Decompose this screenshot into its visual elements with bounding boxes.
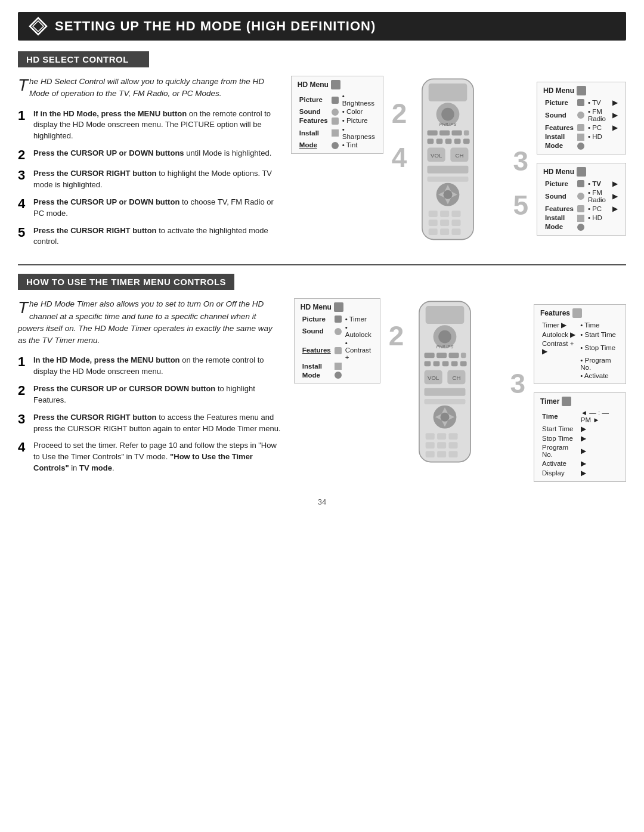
svg-text:CH: CH bbox=[456, 152, 464, 159]
hd-steps-list: 1 If in the HD Mode, press the MENU butt… bbox=[18, 109, 279, 248]
timer-step-text-4: Proceed to set the timer. Refer to page … bbox=[33, 440, 282, 474]
hd-step-2: 2 Press the CURSOR UP or DOWN buttons un… bbox=[18, 148, 279, 162]
tm1-i-icon bbox=[335, 363, 342, 370]
svg-rect-29 bbox=[452, 211, 461, 217]
step-text-3: Press the CURSOR RIGHT button to highlig… bbox=[33, 168, 279, 191]
page-number: 34 bbox=[18, 497, 626, 506]
menu1-table: Picture• Brightness Sound• Color Feature… bbox=[298, 92, 377, 150]
timer-right-menus: Features Timer ▶• Time Autolock ▶• Start… bbox=[534, 304, 626, 485]
svg-rect-62 bbox=[426, 433, 435, 440]
menu3-table: Picture• TV▶ Sound• FM Radio▶ Features• … bbox=[543, 179, 620, 231]
timer-section-header: How to use the Timer Menu Controls bbox=[18, 274, 234, 290]
remote-svg: VOL CH bbox=[409, 76, 487, 243]
svg-text:PHILIPS: PHILIPS bbox=[439, 122, 457, 127]
svg-point-61 bbox=[441, 413, 450, 422]
timer-steps-list: 1 In the HD Mode, press the MENU button … bbox=[18, 355, 282, 474]
svg-rect-44 bbox=[461, 353, 466, 358]
i2-icon bbox=[577, 134, 584, 141]
left-num-2: 2 bbox=[392, 100, 407, 127]
svg-text:VOL: VOL bbox=[428, 375, 439, 381]
menu3-title: HD Menu bbox=[543, 167, 620, 177]
timer-menu1-title: HD Menu bbox=[301, 302, 374, 312]
m3-icon bbox=[577, 224, 584, 231]
svg-rect-8 bbox=[452, 131, 462, 136]
timer-left-col: T he HD Mode Timer also allows you to se… bbox=[18, 298, 282, 485]
right-num-5: 5 bbox=[513, 191, 528, 219]
timer-step-text-1: In the HD Mode, press the MENU button on… bbox=[33, 355, 282, 378]
right-num-3: 3 bbox=[513, 147, 528, 175]
remote-left-numbers: 2 4 bbox=[392, 76, 410, 171]
remote-right-numbers: 3 5 bbox=[510, 76, 528, 219]
svg-rect-10 bbox=[428, 139, 434, 144]
s3-icon bbox=[577, 193, 584, 200]
svg-rect-49 bbox=[460, 361, 467, 367]
svg-rect-70 bbox=[449, 451, 458, 458]
svg-rect-11 bbox=[436, 139, 443, 144]
step-number-1: 1 bbox=[18, 109, 29, 123]
hd-select-section: HD Select Control T he HD Select Control… bbox=[18, 51, 626, 253]
svg-rect-48 bbox=[451, 361, 458, 367]
timer-step-4: 4 Proceed to set the timer. Refer to pag… bbox=[18, 440, 282, 474]
svg-rect-7 bbox=[439, 131, 450, 136]
svg-point-5 bbox=[442, 108, 455, 121]
timer-in-tv-mode: in TV mode. bbox=[71, 463, 114, 472]
timer-menu3-icon bbox=[562, 397, 571, 406]
svg-rect-45 bbox=[425, 361, 431, 367]
main-title-bar: Setting up the HD Mode (High Definition) bbox=[18, 12, 626, 41]
hd-right-menus: HD Menu Picture• TV▶ Sound• FM Radio▶ Fe… bbox=[537, 82, 626, 239]
timer-section-content: T he HD Mode Timer also allows you to se… bbox=[18, 298, 626, 485]
p2-icon bbox=[577, 99, 584, 106]
svg-rect-46 bbox=[434, 361, 440, 367]
svg-rect-32 bbox=[452, 219, 461, 226]
timer-intro: T he HD Mode Timer also allows you to se… bbox=[18, 298, 282, 347]
features-icon bbox=[332, 117, 339, 125]
timer-step-1: 1 In the HD Mode, press the MENU button … bbox=[18, 355, 282, 378]
timer-step-text-3: Press the CURSOR RIGHT button to access … bbox=[33, 412, 282, 435]
page-title: Setting up the HD Mode (High Definition) bbox=[55, 18, 376, 34]
svg-rect-3 bbox=[429, 83, 467, 101]
svg-text:PHILIPS: PHILIPS bbox=[436, 344, 454, 349]
hd-step-4: 4 Press the CURSOR UP or DOWN button to … bbox=[18, 197, 279, 219]
timer-remote-left-numbers: 2 bbox=[389, 298, 407, 349]
p3-icon bbox=[577, 180, 584, 187]
section-divider bbox=[18, 264, 626, 265]
tm1-p-icon bbox=[335, 316, 342, 323]
timer-menu-box-1: HD Menu Picture• Timer Sound• Autolock F… bbox=[294, 298, 380, 383]
hd-menu-box-3: HD Menu Picture• TV▶ Sound• FM Radio▶ Fe… bbox=[537, 163, 626, 236]
menu1-title: HD Menu bbox=[298, 80, 377, 89]
hd-select-header: HD Select Control bbox=[18, 51, 149, 67]
f2-icon bbox=[577, 124, 584, 131]
menu2-title: HD Menu bbox=[543, 86, 620, 95]
f3-icon bbox=[577, 205, 584, 212]
timer-left-num-2: 2 bbox=[389, 322, 404, 349]
picture-icon bbox=[332, 97, 339, 104]
menu3-icon bbox=[577, 167, 586, 177]
svg-rect-65 bbox=[426, 443, 435, 449]
diamond-icon bbox=[29, 17, 48, 36]
svg-rect-27 bbox=[429, 211, 438, 217]
step-text-4: Press the CURSOR UP or DOWN button to ch… bbox=[33, 197, 279, 219]
timer-menu1-table: Picture• Timer Sound• Autolock Features•… bbox=[301, 314, 374, 379]
hd-step-1: 1 If in the HD Mode, press the MENU butt… bbox=[18, 109, 279, 143]
svg-rect-12 bbox=[445, 139, 452, 144]
mode-icon bbox=[332, 142, 339, 149]
svg-point-40 bbox=[439, 330, 452, 344]
step-text-1: If in the HD Mode, press the MENU button… bbox=[33, 109, 279, 143]
timer-features-menu: Features Timer ▶• Time Autolock ▶• Start… bbox=[534, 304, 626, 384]
svg-rect-54 bbox=[425, 388, 466, 396]
features-menu2-icon bbox=[572, 308, 582, 318]
svg-text:CH: CH bbox=[453, 375, 461, 381]
timer-submenu: Timer Time◄ — : — PM ► Start Time▶ Stop … bbox=[534, 392, 626, 482]
svg-rect-33 bbox=[429, 228, 438, 235]
svg-rect-35 bbox=[452, 228, 461, 235]
timer-drop-cap: T bbox=[18, 299, 28, 316]
timer-step-num-3: 3 bbox=[18, 412, 29, 426]
svg-rect-30 bbox=[429, 219, 438, 226]
svg-rect-6 bbox=[428, 131, 438, 136]
s2-icon bbox=[577, 112, 584, 119]
timer-menu3-title: Timer bbox=[540, 397, 620, 406]
timer-step-num-1: 1 bbox=[18, 355, 29, 369]
tm1-f-icon bbox=[335, 347, 342, 354]
hd-menu-box-1: HD Menu Picture• Brightness Sound• Color… bbox=[291, 76, 383, 154]
svg-rect-9 bbox=[464, 131, 469, 136]
